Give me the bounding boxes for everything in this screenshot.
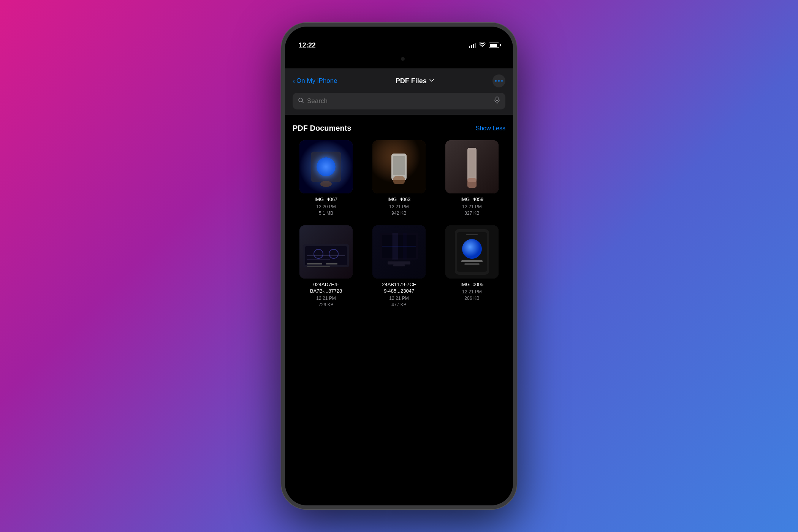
svg-point-2 xyxy=(501,80,503,82)
file-name: IMG_4059 xyxy=(461,196,484,203)
file-name: 24AB1179-7CF9-485...23047 xyxy=(382,282,416,294)
svg-point-9 xyxy=(318,158,334,175)
list-item[interactable]: IMG_4063 12:21 PM942 KB xyxy=(366,140,432,216)
svg-point-11 xyxy=(325,165,328,168)
file-meta: 12:21 PM827 KB xyxy=(462,204,481,217)
svg-rect-32 xyxy=(307,263,322,264)
phone-frame: 12:22 xyxy=(281,23,517,509)
wifi-icon xyxy=(479,42,486,49)
more-button[interactable] xyxy=(492,74,505,87)
mic-icon[interactable] xyxy=(494,97,500,106)
nav-chevron-icon[interactable] xyxy=(429,78,434,84)
camera-dot xyxy=(401,57,405,61)
svg-rect-42 xyxy=(393,264,405,266)
chevron-left-icon: ‹ xyxy=(293,77,295,85)
file-meta: 12:21 PM206 KB xyxy=(462,289,481,302)
file-meta: 12:20 PM5.1 MB xyxy=(316,204,336,217)
file-thumbnail xyxy=(299,140,353,193)
search-bar[interactable] xyxy=(293,93,505,109)
status-time: 12:22 xyxy=(299,41,316,49)
status-bar: 12:22 xyxy=(285,32,513,55)
screen: 12:22 xyxy=(285,27,513,505)
file-name: 024AD7E4-BA7B-...87728 xyxy=(310,282,342,294)
list-item[interactable]: IMG_0005 12:21 PM206 KB xyxy=(439,225,505,308)
file-meta: 12:21 PM942 KB xyxy=(389,204,408,217)
file-thumbnail xyxy=(372,140,426,193)
svg-rect-23 xyxy=(467,178,477,188)
svg-rect-16 xyxy=(393,156,405,175)
svg-rect-18 xyxy=(393,176,405,184)
content-area: PDF Documents Show Less xyxy=(285,115,513,505)
battery-icon xyxy=(489,43,499,48)
svg-rect-8 xyxy=(311,152,341,182)
svg-rect-41 xyxy=(388,261,410,264)
top-area: 12:22 xyxy=(285,27,513,66)
svg-point-47 xyxy=(462,239,482,259)
nav-top: ‹ On My iPhone PDF Files xyxy=(293,74,505,87)
file-name: IMG_4067 xyxy=(315,196,338,203)
list-item[interactable]: IMG_4067 12:20 PM5.1 MB xyxy=(293,140,359,216)
svg-rect-34 xyxy=(307,266,330,267)
search-input[interactable] xyxy=(307,97,491,105)
nav-title: PDF Files xyxy=(396,77,427,85)
back-button[interactable]: ‹ On My iPhone xyxy=(293,77,337,85)
nav-bar: ‹ On My iPhone PDF Files xyxy=(285,68,513,115)
svg-rect-22 xyxy=(469,150,475,177)
file-thumbnail xyxy=(372,225,426,279)
nav-title-group: PDF Files xyxy=(396,77,434,85)
back-label: On My iPhone xyxy=(296,77,337,85)
list-item[interactable]: 24AB1179-7CF9-485...23047 12:21 PM477 KB xyxy=(366,225,432,308)
file-thumbnail xyxy=(445,225,499,279)
file-meta: 12:21 PM477 KB xyxy=(389,295,408,308)
svg-point-12 xyxy=(320,181,332,187)
file-name: IMG_0005 xyxy=(461,282,484,288)
file-thumbnail xyxy=(445,140,499,193)
search-icon xyxy=(298,97,304,105)
svg-point-0 xyxy=(495,80,497,82)
section-title: PDF Documents xyxy=(293,124,351,133)
svg-rect-4 xyxy=(496,97,498,101)
svg-rect-33 xyxy=(326,263,337,264)
section-header: PDF Documents Show Less xyxy=(293,124,505,133)
svg-point-1 xyxy=(498,80,500,82)
file-meta: 12:21 PM729 KB xyxy=(316,295,336,308)
file-name: IMG_4063 xyxy=(388,196,411,203)
dynamic-island xyxy=(374,52,424,66)
svg-rect-50 xyxy=(466,234,478,235)
list-item[interactable]: 024AD7E4-BA7B-...87728 12:21 PM729 KB xyxy=(293,225,359,308)
svg-point-10 xyxy=(323,164,329,170)
status-icons xyxy=(469,42,499,49)
file-thumbnail xyxy=(299,225,353,279)
list-item[interactable]: IMG_4059 12:21 PM827 KB xyxy=(439,140,505,216)
files-grid: IMG_4067 12:20 PM5.1 MB xyxy=(293,140,505,308)
svg-rect-48 xyxy=(461,260,483,262)
svg-rect-49 xyxy=(464,263,480,265)
show-less-button[interactable]: Show Less xyxy=(476,125,505,132)
signal-icon xyxy=(469,43,476,48)
